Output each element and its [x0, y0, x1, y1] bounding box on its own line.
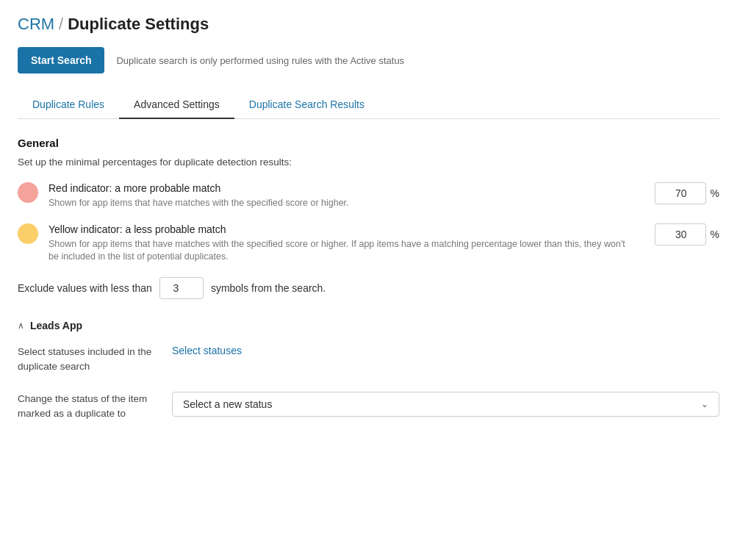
change-status-dropdown[interactable]: Select a new status ⌄ [172, 392, 719, 417]
general-section: General Set up the minimal percentages f… [18, 137, 719, 299]
exclude-prefix: Exclude values with less than [18, 282, 152, 294]
general-section-title: General [18, 137, 719, 149]
toolbar: Start Search Duplicate search is only pe… [18, 47, 719, 73]
tab-advanced-settings[interactable]: Advanced Settings [119, 91, 234, 119]
select-statuses-row: Select statuses included in the duplicat… [18, 345, 719, 375]
yellow-indicator-content: Yellow indicator: a less probable match … [48, 223, 637, 264]
yellow-indicator-row: Yellow indicator: a less probable match … [18, 223, 719, 264]
change-status-dropdown-label: Select a new status [183, 398, 272, 410]
select-statuses-link[interactable]: Select statuses [172, 345, 242, 356]
yellow-indicator-pct: % [711, 229, 719, 240]
red-indicator-input[interactable] [655, 182, 706, 204]
leads-app-title: Leads App [30, 320, 82, 331]
leads-app-header[interactable]: ∧ Leads App [18, 320, 719, 331]
red-indicator-input-wrap: % [655, 182, 719, 204]
page-title: Duplicate Settings [68, 15, 209, 34]
toolbar-hint: Duplicate search is only performed using… [116, 55, 404, 66]
red-indicator-dot [18, 182, 38, 203]
tabs-bar: Duplicate Rules Advanced Settings Duplic… [18, 91, 719, 119]
red-indicator-label: Red indicator: a more probable match [48, 182, 637, 194]
start-search-button[interactable]: Start Search [18, 47, 104, 73]
yellow-indicator-sub: Shown for app items that have matches wi… [48, 238, 637, 264]
change-status-chevron-icon: ⌄ [701, 399, 708, 409]
change-status-control: Select a new status ⌄ [172, 392, 719, 417]
breadcrumb: CRM / Duplicate Settings [18, 15, 719, 34]
tab-duplicate-rules[interactable]: Duplicate Rules [18, 91, 119, 119]
breadcrumb-separator: / [59, 15, 63, 34]
red-indicator-sub: Shown for app items that have matches wi… [48, 197, 637, 210]
change-status-row: Change the status of the item marked as … [18, 392, 719, 422]
leads-app-section: ∧ Leads App Select statuses included in … [18, 320, 719, 422]
select-statuses-control: Select statuses [172, 345, 719, 356]
general-section-desc: Set up the minimal percentages for dupli… [18, 157, 719, 168]
red-indicator-pct: % [711, 187, 719, 199]
breadcrumb-crm[interactable]: CRM [18, 15, 54, 34]
change-status-label: Change the status of the item marked as … [18, 392, 157, 422]
exclude-row: Exclude values with less than symbols fr… [18, 277, 719, 299]
leads-app-chevron-icon: ∧ [18, 320, 24, 331]
exclude-suffix: symbols from the search. [211, 282, 326, 294]
yellow-indicator-dot [18, 223, 38, 244]
yellow-indicator-input[interactable] [655, 223, 706, 245]
select-statuses-label: Select statuses included in the duplicat… [18, 345, 157, 375]
tab-duplicate-search-results[interactable]: Duplicate Search Results [234, 91, 379, 119]
yellow-indicator-label: Yellow indicator: a less probable match [48, 223, 637, 235]
exclude-value-input[interactable] [159, 277, 204, 299]
red-indicator-content: Red indicator: a more probable match Sho… [48, 182, 637, 210]
red-indicator-row: Red indicator: a more probable match Sho… [18, 182, 719, 210]
yellow-indicator-input-wrap: % [655, 223, 719, 245]
